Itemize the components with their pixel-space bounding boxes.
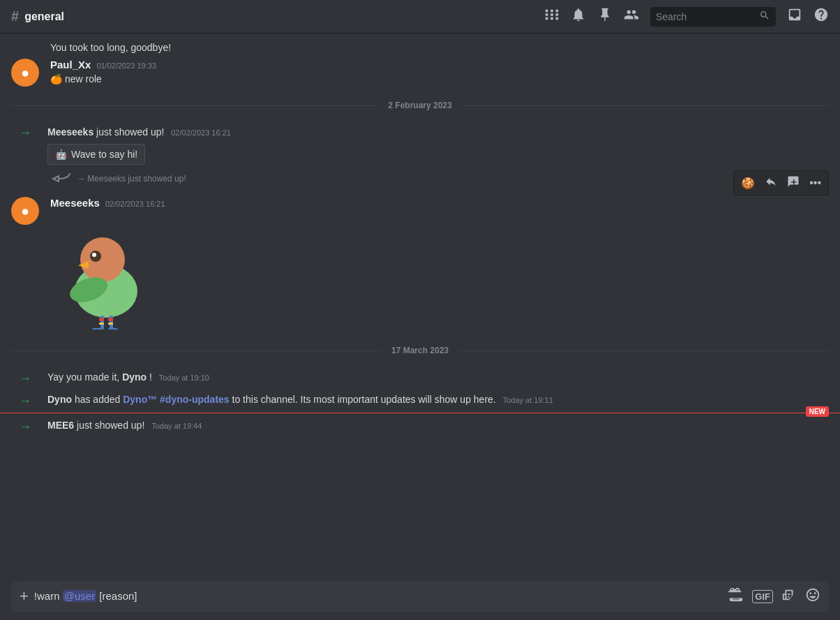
gif-icon[interactable]: GIF — [752, 590, 773, 603]
date-divider-feb: 2 February 2023 — [0, 89, 840, 121]
inbox-icon[interactable] — [787, 7, 802, 26]
emoji-icon[interactable] — [805, 587, 820, 606]
mee6-join-text: MEE6 just showed up! Today at 19:44 — [47, 418, 829, 433]
partial-message-text: You took too long, goodbye! — [50, 42, 171, 53]
meeseeks-join-text: Meeseeks just showed up! 02/02/2023 16:2… — [47, 124, 829, 140]
join-arrow-icon: → — [11, 126, 39, 140]
dyno-username-join[interactable]: Dyno — [122, 371, 147, 383]
help-icon[interactable] — [813, 7, 829, 26]
date-divider-march: 17 March 2023 — [0, 334, 840, 367]
dyno-join-content: Yay you made it, Dyno ! Today at 19:10 — [47, 369, 829, 385]
input-area: + !warn @user [reason] GIF — [0, 573, 840, 620]
dyno-join-arrow: → — [11, 371, 39, 386]
paul-message-header: Paul_Xx 01/02/2023 19:33 — [50, 59, 829, 71]
header-icons — [544, 7, 829, 27]
mee6-join-arrow: → — [11, 420, 39, 434]
wave-button-label: Wave to say hi! — [71, 149, 137, 160]
mee6-username[interactable]: MEE6 — [47, 420, 74, 431]
sticker-icon[interactable] — [781, 587, 797, 606]
channel-hash-icon: # — [11, 8, 19, 24]
paul-timestamp: 01/02/2023 19:33 — [96, 61, 156, 70]
chat-area: You took too long, goodbye! ● Paul_Xx 01… — [0, 34, 840, 573]
mee6-join-content: MEE6 just showed up! Today at 19:44 — [47, 418, 829, 433]
paul-avatar: ● — [11, 59, 39, 87]
meeseeks-username-1[interactable]: Meeseeks — [47, 126, 93, 138]
mee6-join-message: → MEE6 just showed up! Today at 19:44 — [0, 415, 840, 437]
threads-icon[interactable] — [544, 7, 560, 26]
wave-button[interactable]: 🤖 Wave to say hi! — [47, 144, 145, 165]
reply-preview: → Meeseeks just showed up! — [11, 173, 829, 184]
message-action-buttons: 🍪 ••• — [733, 170, 829, 195]
meeseeks-image-message: → Meeseeks just showed up! ● Meeseeks 02… — [0, 168, 840, 334]
paul-username[interactable]: Paul_Xx — [50, 59, 91, 71]
message-input[interactable]: !warn @user [reason] — [34, 582, 723, 612]
svg-rect-15 — [108, 323, 113, 325]
meeseeks-join-message: → Meeseeks just showed up! 02/02/2023 16… — [0, 121, 840, 168]
svg-rect-14 — [108, 318, 113, 321]
dyno-update-timestamp: Today at 19:11 — [503, 396, 553, 404]
message-input-box: + !warn @user [reason] GIF — [11, 581, 829, 612]
notification-bell-icon[interactable] — [571, 7, 586, 26]
new-messages-divider: NEW — [0, 413, 840, 413]
dyno-channel-mention[interactable]: Dyno™ #dyno-updates — [123, 394, 229, 405]
svg-rect-13 — [99, 323, 104, 325]
add-file-button[interactable]: + — [20, 587, 29, 605]
input-before-mention: !warn — [34, 590, 63, 602]
input-toolbar-icons: GIF — [728, 587, 820, 606]
dyno-join-message: → Yay you made it, Dyno ! Today at 19:10 — [0, 367, 840, 389]
date-divider-march-text: 17 March 2023 — [386, 346, 454, 355]
gift-icon[interactable] — [728, 587, 744, 606]
add-to-channel-action-btn[interactable] — [783, 172, 804, 193]
wave-emoji: 🤖 — [55, 149, 67, 160]
svg-rect-12 — [99, 318, 104, 321]
paul-message-content: Paul_Xx 01/02/2023 19:33 🍊 new role — [50, 59, 829, 87]
partial-message: You took too long, goodbye! — [0, 39, 840, 56]
meeseeks-message-header: Meeseeks 02/02/2023 16:21 — [50, 197, 829, 209]
dyno-join-timestamp: Today at 19:10 — [159, 374, 209, 382]
paul-message-text: 🍊 new role — [50, 72, 829, 87]
reply-action-btn[interactable] — [760, 172, 781, 193]
meeseeks-username-2[interactable]: Meeseeks — [50, 197, 100, 209]
input-after-mention: [reason] — [96, 590, 137, 602]
search-input[interactable] — [656, 11, 755, 22]
meeseeks-join-timestamp: 02/02/2023 16:21 — [171, 128, 231, 137]
bird-svg — [50, 214, 155, 330]
dyno-update-content: Dyno has added Dyno™ #dyno-updates to th… — [47, 392, 829, 407]
dyno-update-arrow: → — [11, 394, 39, 408]
paul-message: ● Paul_Xx 01/02/2023 19:33 🍊 new role — [0, 56, 840, 89]
search-box[interactable] — [650, 7, 776, 27]
channel-header: # general — [0, 0, 840, 34]
more-actions-btn[interactable]: ••• — [805, 174, 825, 192]
svg-point-1 — [80, 237, 125, 282]
dyno-username-update[interactable]: Dyno — [47, 394, 72, 405]
meeseeks-msg-timestamp: 02/02/2023 16:21 — [105, 200, 165, 208]
members-icon[interactable] — [624, 7, 639, 26]
reply-text: → Meeseeks just showed up! — [77, 174, 186, 184]
input-mention: @user — [63, 590, 96, 602]
svg-point-3 — [92, 253, 96, 257]
pin-icon[interactable] — [597, 7, 613, 26]
mee6-join-timestamp: Today at 19:44 — [151, 422, 202, 430]
dyno-update-message: → Dyno has added Dyno™ #dyno-updates to … — [0, 389, 840, 411]
add-reaction-action-btn[interactable]: 🍪 — [737, 174, 759, 193]
meeseeks-join-content: Meeseeks just showed up! 02/02/2023 16:2… — [47, 124, 829, 165]
search-icon — [759, 10, 770, 23]
date-divider-feb-text: 2 February 2023 — [382, 101, 457, 110]
dyno-join-text: Yay you made it, Dyno ! Today at 19:10 — [47, 369, 829, 385]
bird-image-container — [50, 214, 829, 332]
channel-name: general — [24, 10, 64, 23]
dyno-update-text: Dyno has added Dyno™ #dyno-updates to th… — [47, 392, 829, 407]
meeseeks-message-content: Meeseeks 02/02/2023 16:21 — [50, 197, 829, 332]
meeseeks-avatar: ● — [11, 197, 39, 225]
